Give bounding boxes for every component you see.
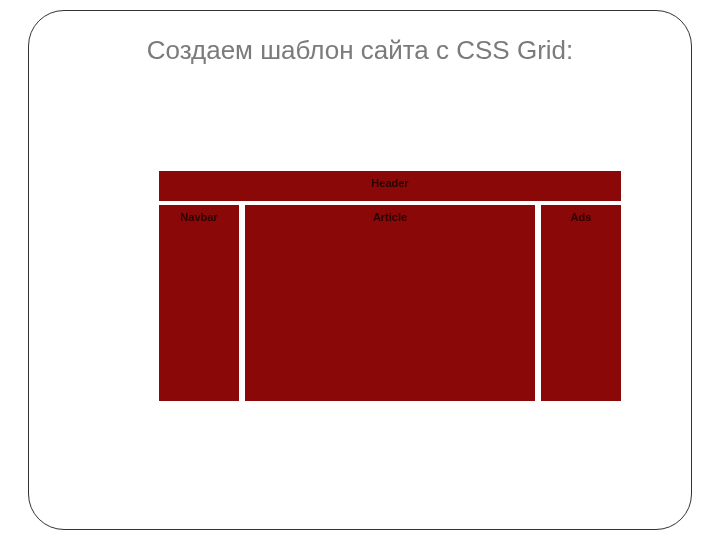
grid-navbar-region: Navbar <box>159 205 239 401</box>
grid-layout-demo: Header Navbar Article Ads <box>159 171 621 401</box>
grid-header-region: Header <box>159 171 621 201</box>
slide-frame: Создаем шаблон сайта с CSS Grid: Header … <box>28 10 692 530</box>
grid-ads-region: Ads <box>541 205 621 401</box>
grid-article-region: Article <box>245 205 535 401</box>
page-title: Создаем шаблон сайта с CSS Grid: <box>29 35 691 66</box>
